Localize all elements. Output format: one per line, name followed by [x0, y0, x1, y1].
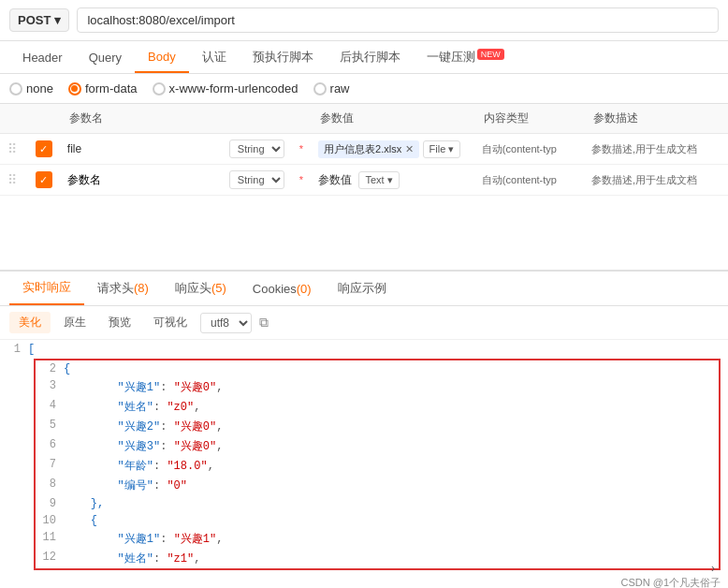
- param-type-cell[interactable]: String: [222, 165, 292, 196]
- radio-none-label: none: [26, 81, 53, 96]
- param-desc-1: 参数描述,用于生成文档: [591, 143, 697, 154]
- th-type: [222, 104, 292, 134]
- code-line-10: 10 {: [36, 512, 719, 529]
- radio-none-circle: [9, 82, 22, 96]
- desc-cell: 参数描述,用于生成文档: [584, 165, 728, 196]
- code-line-4: 4 "姓名": "z0",: [36, 397, 719, 417]
- file-tag: 用户信息表2.xlsx ✕: [318, 140, 419, 158]
- type-select[interactable]: String: [229, 140, 284, 158]
- method-chevron: ▾: [54, 13, 61, 27]
- resp-tab-request-headers[interactable]: 请求头(8): [84, 272, 162, 304]
- content-type-cell: 自动(content-typ: [474, 165, 584, 196]
- line-num-9: 9: [36, 496, 64, 511]
- tab-stress[interactable]: 一键压测NEW: [414, 41, 517, 73]
- line-num-10: 10: [36, 513, 64, 528]
- line-content-9: },: [64, 496, 104, 511]
- code-line-11: 11 "兴趣1": "兴趣1",: [36, 529, 719, 549]
- code-block-border: 2 { 3 "兴趣1": "兴趣0", 4 "姓名": "z0", 5 "兴趣2…: [34, 359, 721, 570]
- resp-headers-count: (5): [211, 281, 226, 295]
- radio-urlencoded[interactable]: x-www-form-urlencoded: [153, 81, 298, 96]
- radio-urlencoded-circle: [153, 82, 166, 96]
- line-content-3: "兴趣1": "兴趣0",: [64, 378, 223, 396]
- line-num-2: 2: [36, 361, 64, 376]
- tab-pre-script[interactable]: 预执行脚本: [240, 41, 327, 73]
- method-select[interactable]: POST ▾: [9, 8, 69, 32]
- radio-formdata-label: form-data: [85, 81, 138, 96]
- encoding-select[interactable]: utf8: [200, 313, 252, 333]
- sub-tab-preview[interactable]: 预览: [99, 312, 140, 333]
- drag-handle[interactable]: ⠿: [0, 165, 28, 196]
- sub-tab-raw[interactable]: 原生: [54, 312, 95, 333]
- radio-none[interactable]: none: [9, 81, 53, 96]
- params-table: 参数名 参数值 内容类型 参数描述 ⠿ ✓ file String: [0, 104, 728, 196]
- sub-tab-visual[interactable]: 可视化: [144, 312, 197, 333]
- tab-post-script[interactable]: 后执行脚本: [327, 41, 414, 73]
- file-name: 用户信息表2.xlsx: [324, 142, 401, 156]
- url-input[interactable]: [77, 7, 719, 33]
- table-row: ⠿ ✓ file String * 用户信息表2.xlsx ✕ File ▾: [0, 134, 728, 165]
- resp-tab-response-headers[interactable]: 响应头(5): [162, 272, 240, 304]
- resp-tab-realtime[interactable]: 实时响应: [9, 272, 84, 305]
- th-drag: [0, 104, 28, 134]
- nav-tabs: Header Query Body 认证 预执行脚本 后执行脚本 一键压测NEW: [0, 41, 728, 74]
- radio-raw[interactable]: raw: [313, 81, 350, 96]
- radio-raw-label: raw: [330, 81, 350, 96]
- code-line-1: 1 [: [0, 340, 728, 359]
- radio-formdata[interactable]: form-data: [68, 81, 138, 96]
- code-line-2: 2 {: [36, 360, 719, 377]
- watermark: CSDN @1个凡夫俗子: [620, 576, 721, 588]
- line-num-8: 8: [36, 477, 64, 494]
- copy-icon[interactable]: ⧉: [259, 315, 269, 331]
- file-remove-icon[interactable]: ✕: [405, 143, 414, 155]
- line-num-12: 12: [36, 550, 64, 567]
- sub-tab-beautify[interactable]: 美化: [9, 312, 51, 333]
- tab-auth[interactable]: 认证: [189, 41, 240, 73]
- type-select-2[interactable]: String: [229, 170, 284, 189]
- line-content-8: "编号": "0": [64, 477, 187, 494]
- new-badge: NEW: [477, 49, 504, 60]
- code-line-8: 8 "编号": "0": [36, 476, 719, 495]
- code-area: 1 [ 2 { 3 "兴趣1": "兴趣0", 4 "姓名": "z0",: [0, 340, 728, 570]
- file-type-dropdown[interactable]: File ▾: [423, 140, 461, 158]
- line-content-6: "兴趣3": "兴趣0",: [64, 437, 223, 455]
- resp-tab-example[interactable]: 响应示例: [325, 272, 400, 304]
- line-num-11: 11: [36, 530, 64, 548]
- code-line-9: 9 },: [36, 495, 719, 512]
- code-line-6: 6 "兴趣3": "兴趣0",: [36, 436, 719, 456]
- drag-handle[interactable]: ⠿: [0, 134, 28, 165]
- th-param-name: 参数名: [60, 104, 222, 134]
- content-type-cell: 自动(content-typ: [474, 134, 584, 165]
- line-content-7: "年龄": "18.0",: [64, 457, 214, 475]
- top-section: POST ▾ Header Query Body 认证 预执行脚本 后执行脚本 …: [0, 0, 728, 262]
- line-content-11: "兴趣1": "兴趣1",: [64, 530, 223, 548]
- params-table-wrapper: 参数名 参数值 内容类型 参数描述 ⠿ ✓ file String: [0, 104, 728, 196]
- line-num-3: 3: [36, 378, 64, 396]
- tab-body[interactable]: Body: [135, 42, 189, 73]
- code-line-5: 5 "兴趣2": "兴趣0",: [36, 417, 719, 436]
- param-type-cell[interactable]: String: [222, 134, 292, 165]
- response-section: 实时响应 请求头(8) 响应头(5) Cookies(0) 响应示例 美化 原生…: [0, 270, 728, 588]
- row-check[interactable]: ✓: [28, 134, 60, 165]
- param-desc-2: 参数描述,用于生成文档: [591, 174, 697, 185]
- th-desc: 参数描述: [584, 104, 728, 134]
- text-type-dropdown[interactable]: Text ▾: [358, 171, 399, 189]
- line-content-4: "姓名": "z0",: [64, 398, 200, 416]
- th-req: [292, 104, 311, 134]
- param-value-cell: 参数值 Text ▾: [311, 165, 474, 196]
- url-bar: POST ▾: [0, 0, 728, 41]
- resp-tab-cookies[interactable]: Cookies(0): [240, 274, 325, 303]
- tab-header[interactable]: Header: [9, 43, 76, 72]
- line-content-2: {: [64, 361, 70, 376]
- param-value-text: 参数值: [318, 173, 352, 186]
- th-content-type: 内容类型: [474, 104, 584, 134]
- radio-urlencoded-label: x-www-form-urlencoded: [169, 81, 298, 96]
- body-types: none form-data x-www-form-urlencoded raw: [0, 74, 728, 104]
- th-check: [28, 104, 60, 134]
- param-name-input[interactable]: [67, 173, 214, 186]
- cookies-count: (0): [297, 282, 312, 296]
- param-name-cell[interactable]: [60, 165, 222, 196]
- line-content-10: {: [64, 513, 97, 528]
- expand-arrow-icon[interactable]: ›: [711, 562, 715, 575]
- tab-query[interactable]: Query: [76, 43, 135, 72]
- row-check[interactable]: ✓: [28, 165, 60, 196]
